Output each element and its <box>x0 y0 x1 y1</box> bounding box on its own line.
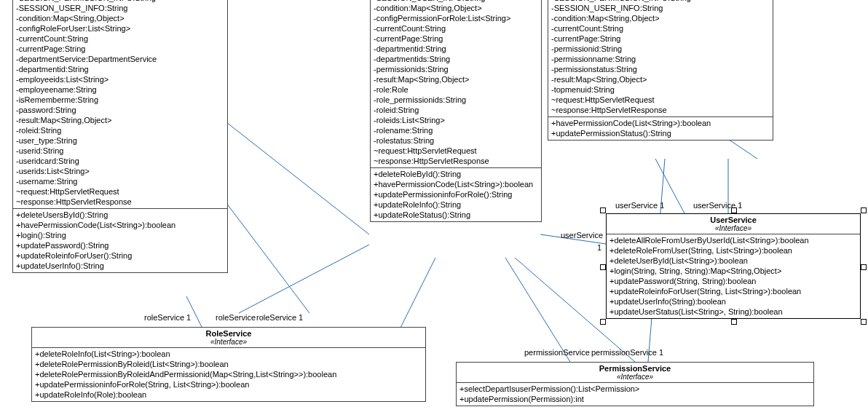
interface-userservice[interactable]: UserService «Interface» +deleteAllRoleFr… <box>606 213 861 319</box>
member-row: +deleteRoleById():String <box>374 169 538 179</box>
attr-section: -SESSION_PERMISSION_INFO:String-SESSION_… <box>13 0 227 208</box>
member-row: +deleteRoleFromUser(String, List<String>… <box>609 245 857 256</box>
assoc-label-roleservice: roleService 1 <box>144 313 191 322</box>
member-row: -currentCount:String <box>551 23 770 33</box>
member-row: +havePermissionCode(List<String>):boolea… <box>374 179 538 189</box>
member-row: -userid:String <box>16 146 224 156</box>
member-row: -result:Map<String,Object> <box>374 74 538 84</box>
assoc-label-permissionservice: permissionService <box>524 348 590 357</box>
member-row: -useridcard:String <box>16 156 224 166</box>
member-row: +updateRoleInfo():String <box>374 199 538 210</box>
member-row: -employeename:String <box>16 84 224 95</box>
member-row: +havePermissionCode(List<String>):boolea… <box>551 118 770 128</box>
class-user-controller[interactable]: -SESSION_PERMISSION_INFO:String-SESSION_… <box>12 0 228 273</box>
member-row: -SESSION_USER_INFO:String <box>551 3 770 13</box>
member-row: -currentPage:String <box>374 33 538 44</box>
class-title: RoleService <box>32 328 425 338</box>
member-row: ~response:HttpServletResponse <box>374 156 538 166</box>
member-row: -roleid:String <box>16 125 224 135</box>
member-row: -topmenuid:String <box>551 84 770 95</box>
member-row: -rolestatus:String <box>374 135 538 146</box>
attr-section: -SESSION_USER_INFO:String-condition:Map<… <box>371 0 541 167</box>
member-row: +havePermissionCode(List<String>):boolea… <box>16 220 224 230</box>
interface-permissionservice[interactable]: PermissionService «Interface» +selectDep… <box>456 362 814 406</box>
member-row: -condition:Map<String,Object> <box>16 13 224 23</box>
member-row: +login():String <box>16 230 224 240</box>
assoc-label-roleservice: roleService <box>216 313 256 322</box>
member-row: +login(String, String, String):Map<Strin… <box>609 266 857 276</box>
svg-line-0 <box>226 122 369 234</box>
diagram-canvas[interactable]: -SESSION_PERMISSION_INFO:String-SESSION_… <box>0 0 868 415</box>
member-row: -departmentids:String <box>374 54 538 64</box>
class-stereotype: «Interface» <box>457 373 813 382</box>
member-row: -condition:Map<String,Object> <box>374 3 538 13</box>
interface-roleservice[interactable]: RoleService «Interface» +deleteRoleInfo(… <box>31 327 426 402</box>
member-row: +deleteUsersById():String <box>16 210 224 220</box>
class-title: PermissionService <box>457 363 813 373</box>
svg-line-1 <box>226 203 309 313</box>
member-row: +updateRoleStatus():String <box>374 210 538 220</box>
member-row: -permissionname:String <box>551 54 770 64</box>
member-row: +updateUserStatus(List<String>, String):… <box>609 307 857 317</box>
member-row: -role:Role <box>374 84 538 95</box>
class-permission-controller[interactable]: -SESSION_PERMISSION_INFO:String-SESSION_… <box>548 0 773 141</box>
member-row: -departmentid:String <box>16 64 224 74</box>
class-role-controller[interactable]: -SESSION_USER_INFO:String-condition:Map<… <box>370 0 542 222</box>
ops-section: +selectDepartIsuserPermission():List<Per… <box>457 382 813 406</box>
member-row: -isRememberme:String <box>16 95 224 105</box>
member-row: ~request:HttpServletRequest <box>16 186 224 197</box>
assoc-label-userservice: userService 1 <box>615 201 664 210</box>
member-row: -currentCount:String <box>374 23 538 33</box>
member-row: -employeeids:List<String> <box>16 74 224 84</box>
member-row: -role_permissionids:String <box>374 95 538 105</box>
member-row: -departmentService:DepartmentService <box>16 54 224 64</box>
member-row: -permissionstatus:String <box>551 64 770 74</box>
ops-section: +havePermissionCode(List<String>):boolea… <box>548 116 773 140</box>
member-row: -configPermissionForRole:List<String> <box>374 13 538 23</box>
member-row: +updateRoleinfoForUser():String <box>16 250 224 261</box>
assoc-label-userservice: userService <box>561 231 603 240</box>
member-row: -currentCount:String <box>16 33 224 44</box>
member-row: +updatePermissionStatus():String <box>551 128 770 138</box>
member-row: -user_type:String <box>16 135 224 146</box>
member-row: ~response:HttpServletResponse <box>16 197 224 207</box>
assoc-label-userservice: userService 1 <box>693 201 742 210</box>
member-row: -condition:Map<String,Object> <box>551 13 770 23</box>
svg-line-2 <box>186 296 202 327</box>
member-row: -departmentid:String <box>374 44 538 54</box>
member-row: -password:String <box>16 105 224 115</box>
assoc-label-roleservice: roleService 1 <box>256 313 303 322</box>
member-row: +updatePermission(Permission):int <box>459 394 810 404</box>
member-row: +updateUserInfo(String):boolean <box>609 296 857 307</box>
member-row: -configRoleForUser:List<String> <box>16 23 224 33</box>
ops-section: +deleteAllRoleFromUserByUserId(List<Stri… <box>607 234 860 318</box>
svg-line-3 <box>239 245 369 313</box>
member-row: -rolename:String <box>374 125 538 135</box>
member-row: +deleteRoleInfo(List<String>):boolean <box>35 349 422 359</box>
member-row: ~response:HttpServletResponse <box>551 105 770 115</box>
member-row: +deleteRolePermissionByRoleid(List<Strin… <box>35 359 422 369</box>
class-title: UserService <box>607 214 860 224</box>
ops-section: +deleteUsersById():String+havePermission… <box>13 208 227 272</box>
attr-section: -SESSION_PERMISSION_INFO:String-SESSION_… <box>548 0 773 116</box>
ops-section: +deleteRoleInfo(List<String>):boolean+de… <box>32 347 425 401</box>
member-row: -SESSION_USER_INFO:String <box>16 3 224 13</box>
member-row: +updatePermissioninfoForRole():String <box>374 189 538 199</box>
member-row: +updateRoleInfo(Role):boolean <box>35 390 422 400</box>
member-row: +deleteRolePermissionByRoleidAndPermissi… <box>35 369 422 379</box>
member-row: -result:Map<String,Object> <box>16 115 224 125</box>
member-row: +deleteUserById(List<String>):boolean <box>609 256 857 266</box>
member-row: +selectDepartIsuserPermission():List<Per… <box>459 384 810 394</box>
assoc-label-permissionservice: permissionService 1 <box>591 348 663 357</box>
member-row: +updatePassword(String, String):boolean <box>609 276 857 286</box>
member-row: ~request:HttpServletRequest <box>374 146 538 156</box>
member-row: +updateRoleinfoForUser(String, List<Stri… <box>609 286 857 296</box>
member-row: -username:String <box>16 176 224 186</box>
member-row: -userids:List<String> <box>16 166 224 176</box>
class-stereotype: «Interface» <box>32 338 425 347</box>
member-row: -result:Map<String,Object> <box>551 74 770 84</box>
ops-section: +deleteRoleById():String+havePermissionC… <box>371 167 541 221</box>
member-row: +updateUserInfo():String <box>16 261 224 271</box>
member-row: +deleteAllRoleFromUserByUserId(List<Stri… <box>609 235 857 245</box>
svg-line-5 <box>505 258 570 362</box>
